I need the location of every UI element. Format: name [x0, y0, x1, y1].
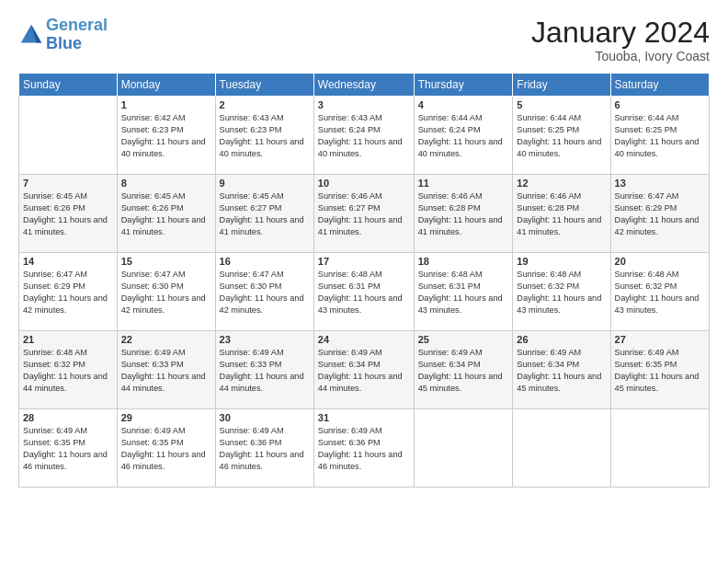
col-tuesday: Tuesday — [215, 74, 313, 97]
day-info: Sunrise: 6:45 AM Sunset: 6:26 PM Dayligh… — [121, 190, 211, 238]
table-row: 5Sunrise: 6:44 AM Sunset: 6:25 PM Daylig… — [513, 97, 610, 175]
day-number: 20 — [615, 256, 705, 267]
logo-line1: General — [46, 16, 108, 34]
day-number: 7 — [23, 178, 113, 189]
day-number: 13 — [615, 178, 705, 189]
title-area: January 2024 Touoba, Ivory Coast — [531, 17, 710, 63]
day-info: Sunrise: 6:48 AM Sunset: 6:31 PM Dayligh… — [318, 269, 410, 316]
day-info: Sunrise: 6:49 AM Sunset: 6:34 PM Dayligh… — [517, 347, 606, 395]
day-number: 1 — [121, 99, 211, 110]
day-number: 12 — [517, 178, 606, 189]
table-row: 27Sunrise: 6:49 AM Sunset: 6:35 PM Dayli… — [610, 331, 709, 409]
day-number: 3 — [318, 99, 410, 110]
calendar-week-row: 7Sunrise: 6:45 AM Sunset: 6:26 PM Daylig… — [19, 175, 710, 253]
col-friday: Friday — [513, 74, 610, 97]
day-number: 26 — [517, 334, 606, 345]
logo-text: General Blue — [46, 17, 108, 53]
table-row — [414, 409, 513, 488]
table-row: 30Sunrise: 6:49 AM Sunset: 6:36 PM Dayli… — [215, 409, 313, 488]
day-info: Sunrise: 6:48 AM Sunset: 6:32 PM Dayligh… — [23, 347, 113, 395]
day-info: Sunrise: 6:49 AM Sunset: 6:35 PM Dayligh… — [121, 425, 211, 473]
table-row: 16Sunrise: 6:47 AM Sunset: 6:30 PM Dayli… — [215, 253, 313, 331]
col-thursday: Thursday — [414, 74, 513, 97]
table-row: 19Sunrise: 6:48 AM Sunset: 6:32 PM Dayli… — [513, 253, 610, 331]
day-number: 29 — [121, 412, 211, 423]
day-info: Sunrise: 6:45 AM Sunset: 6:27 PM Dayligh… — [220, 190, 310, 238]
day-number: 30 — [220, 412, 310, 423]
month-title: January 2024 — [531, 17, 710, 49]
day-number: 17 — [318, 256, 410, 267]
table-row: 15Sunrise: 6:47 AM Sunset: 6:30 PM Dayli… — [117, 253, 215, 331]
table-row — [610, 409, 709, 488]
table-row — [513, 409, 610, 488]
table-row: 2Sunrise: 6:43 AM Sunset: 6:23 PM Daylig… — [215, 97, 313, 175]
col-wednesday: Wednesday — [313, 74, 414, 97]
day-info: Sunrise: 6:43 AM Sunset: 6:24 PM Dayligh… — [318, 112, 410, 160]
day-number: 10 — [318, 178, 410, 189]
day-info: Sunrise: 6:47 AM Sunset: 6:30 PM Dayligh… — [220, 269, 310, 316]
day-number: 6 — [615, 99, 705, 110]
day-info: Sunrise: 6:47 AM Sunset: 6:29 PM Dayligh… — [23, 269, 113, 316]
table-row: 25Sunrise: 6:49 AM Sunset: 6:34 PM Dayli… — [414, 331, 513, 409]
table-row: 1Sunrise: 6:42 AM Sunset: 6:23 PM Daylig… — [117, 97, 215, 175]
table-row: 21Sunrise: 6:48 AM Sunset: 6:32 PM Dayli… — [19, 331, 118, 409]
table-row: 20Sunrise: 6:48 AM Sunset: 6:32 PM Dayli… — [610, 253, 709, 331]
table-row: 29Sunrise: 6:49 AM Sunset: 6:35 PM Dayli… — [117, 409, 215, 488]
table-row: 4Sunrise: 6:44 AM Sunset: 6:24 PM Daylig… — [414, 97, 513, 175]
day-number: 19 — [517, 256, 606, 267]
day-number: 9 — [220, 178, 310, 189]
day-info: Sunrise: 6:49 AM Sunset: 6:34 PM Dayligh… — [418, 347, 509, 395]
day-number: 24 — [318, 334, 410, 345]
location: Touoba, Ivory Coast — [531, 49, 710, 63]
day-info: Sunrise: 6:46 AM Sunset: 6:28 PM Dayligh… — [418, 190, 509, 238]
day-number: 28 — [23, 412, 113, 423]
col-sunday: Sunday — [19, 74, 118, 97]
calendar-week-row: 28Sunrise: 6:49 AM Sunset: 6:35 PM Dayli… — [19, 409, 710, 488]
col-monday: Monday — [117, 74, 215, 97]
calendar-table: Sunday Monday Tuesday Wednesday Thursday… — [18, 73, 710, 488]
day-number: 23 — [220, 334, 310, 345]
day-info: Sunrise: 6:48 AM Sunset: 6:31 PM Dayligh… — [418, 269, 509, 316]
logo-area: General Blue — [18, 17, 108, 53]
table-row: 11Sunrise: 6:46 AM Sunset: 6:28 PM Dayli… — [414, 175, 513, 253]
logo-line2: Blue — [46, 34, 82, 52]
table-row: 31Sunrise: 6:49 AM Sunset: 6:36 PM Dayli… — [313, 409, 414, 488]
logo-icon — [18, 22, 44, 48]
calendar-header-row: Sunday Monday Tuesday Wednesday Thursday… — [19, 74, 710, 97]
table-row: 12Sunrise: 6:46 AM Sunset: 6:28 PM Dayli… — [513, 175, 610, 253]
day-number: 14 — [23, 256, 113, 267]
table-row: 7Sunrise: 6:45 AM Sunset: 6:26 PM Daylig… — [19, 175, 118, 253]
day-info: Sunrise: 6:49 AM Sunset: 6:35 PM Dayligh… — [23, 425, 113, 473]
day-info: Sunrise: 6:44 AM Sunset: 6:25 PM Dayligh… — [517, 112, 606, 160]
day-info: Sunrise: 6:49 AM Sunset: 6:33 PM Dayligh… — [220, 347, 310, 395]
table-row: 8Sunrise: 6:45 AM Sunset: 6:26 PM Daylig… — [117, 175, 215, 253]
day-info: Sunrise: 6:49 AM Sunset: 6:34 PM Dayligh… — [318, 347, 410, 395]
page: General Blue January 2024 Touoba, Ivory … — [0, 0, 728, 563]
table-row: 9Sunrise: 6:45 AM Sunset: 6:27 PM Daylig… — [215, 175, 313, 253]
table-row: 22Sunrise: 6:49 AM Sunset: 6:33 PM Dayli… — [117, 331, 215, 409]
day-info: Sunrise: 6:49 AM Sunset: 6:36 PM Dayligh… — [220, 425, 310, 473]
day-info: Sunrise: 6:48 AM Sunset: 6:32 PM Dayligh… — [615, 269, 705, 316]
calendar-week-row: 14Sunrise: 6:47 AM Sunset: 6:29 PM Dayli… — [19, 253, 710, 331]
day-number: 21 — [23, 334, 113, 345]
table-row: 13Sunrise: 6:47 AM Sunset: 6:29 PM Dayli… — [610, 175, 709, 253]
day-info: Sunrise: 6:49 AM Sunset: 6:33 PM Dayligh… — [121, 347, 211, 395]
day-number: 2 — [220, 99, 310, 110]
table-row: 26Sunrise: 6:49 AM Sunset: 6:34 PM Dayli… — [513, 331, 610, 409]
table-row: 24Sunrise: 6:49 AM Sunset: 6:34 PM Dayli… — [313, 331, 414, 409]
day-info: Sunrise: 6:46 AM Sunset: 6:28 PM Dayligh… — [517, 190, 606, 238]
day-info: Sunrise: 6:46 AM Sunset: 6:27 PM Dayligh… — [318, 190, 410, 238]
day-number: 31 — [318, 412, 410, 423]
table-row: 28Sunrise: 6:49 AM Sunset: 6:35 PM Dayli… — [19, 409, 118, 488]
table-row: 23Sunrise: 6:49 AM Sunset: 6:33 PM Dayli… — [215, 331, 313, 409]
day-info: Sunrise: 6:47 AM Sunset: 6:30 PM Dayligh… — [121, 269, 211, 316]
day-number: 27 — [615, 334, 705, 345]
table-row: 18Sunrise: 6:48 AM Sunset: 6:31 PM Dayli… — [414, 253, 513, 331]
day-info: Sunrise: 6:49 AM Sunset: 6:36 PM Dayligh… — [318, 425, 410, 473]
table-row: 3Sunrise: 6:43 AM Sunset: 6:24 PM Daylig… — [313, 97, 414, 175]
day-number: 16 — [220, 256, 310, 267]
day-info: Sunrise: 6:49 AM Sunset: 6:35 PM Dayligh… — [615, 347, 705, 395]
day-number: 18 — [418, 256, 509, 267]
col-saturday: Saturday — [610, 74, 709, 97]
day-info: Sunrise: 6:44 AM Sunset: 6:25 PM Dayligh… — [615, 112, 705, 160]
